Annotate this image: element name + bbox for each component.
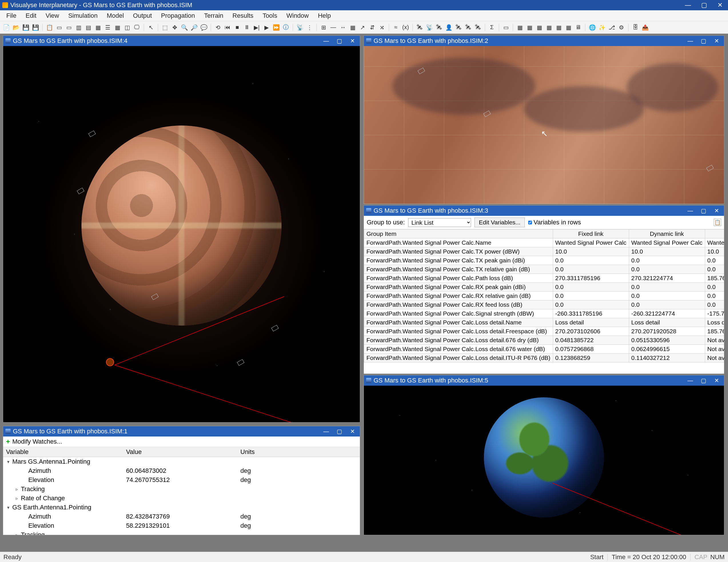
- col-variable[interactable]: Variable: [3, 447, 123, 457]
- col-group-item[interactable]: Group Item: [364, 230, 553, 238]
- table-row[interactable]: ForwardPath.Wanted Signal Power Calc.Sig…: [364, 309, 724, 318]
- menu-propagation[interactable]: Propagation: [157, 11, 199, 21]
- col-fixed-link[interactable]: Fixed link: [553, 230, 629, 238]
- fx-icon[interactable]: ≈: [392, 23, 400, 31]
- watch-row[interactable]: ▹Tracking: [3, 530, 360, 535]
- col-value[interactable]: Value: [123, 447, 238, 457]
- table-row[interactable]: ForwardPath.Wanted Signal Power Calc.Nam…: [364, 238, 724, 247]
- geo-icon[interactable]: 🌐: [588, 23, 596, 31]
- col-dynamic-link1[interactable]: Dynamic link1: [705, 230, 724, 238]
- window-view2-titlebar[interactable]: GS Mars to GS Earth with phobos.ISIM:2 —…: [364, 36, 724, 46]
- chart-icon[interactable]: ◫: [123, 23, 131, 31]
- table-row[interactable]: ForwardPath.Wanted Signal Power Calc.TX …: [364, 256, 724, 265]
- link-icon[interactable]: —: [329, 23, 337, 31]
- monitor-icon[interactable]: 🖵: [133, 23, 141, 31]
- display-icon[interactable]: 🖥: [574, 23, 582, 31]
- watch-row[interactable]: Elevation74.2670755312deg: [3, 475, 360, 485]
- child-maximize-button[interactable]: ▢: [698, 37, 709, 45]
- wand-icon[interactable]: ✨: [598, 23, 606, 31]
- table-row[interactable]: ForwardPath.Wanted Signal Power Calc.TX …: [364, 247, 724, 256]
- new-icon[interactable]: 📄: [2, 23, 10, 31]
- menu-model[interactable]: Model: [103, 11, 128, 21]
- window-view1-titlebar[interactable]: GS Mars to GS Earth with phobos.ISIM:1 —…: [3, 426, 360, 437]
- maximize-button[interactable]: ▢: [698, 1, 710, 9]
- grid-f-icon[interactable]: ▦: [565, 23, 573, 31]
- arrows-icon[interactable]: ⇵: [368, 23, 376, 31]
- child-close-button[interactable]: ✕: [711, 37, 722, 45]
- list-icon[interactable]: ☰: [104, 23, 112, 31]
- watch-row[interactable]: ▾Mars GS.Antenna1.Pointing: [3, 457, 360, 467]
- comment-icon[interactable]: 💬: [200, 23, 208, 31]
- menu-results[interactable]: Results: [228, 11, 257, 21]
- child-maximize-button[interactable]: ▢: [334, 37, 344, 45]
- sat3-icon[interactable]: 🛰: [435, 23, 443, 31]
- dots-icon[interactable]: ⋮: [306, 23, 314, 31]
- person-icon[interactable]: 👤: [445, 23, 453, 31]
- pointer-icon[interactable]: ↖: [147, 23, 155, 31]
- table-row[interactable]: ForwardPath.Wanted Signal Power Calc.RX …: [364, 300, 724, 309]
- branch-icon[interactable]: ⎇: [608, 23, 616, 31]
- menu-help[interactable]: Help: [314, 11, 335, 21]
- info-icon[interactable]: ⓘ: [282, 23, 290, 31]
- tile-h-icon[interactable]: ▥: [75, 23, 83, 31]
- sat6-icon[interactable]: 🛰: [474, 23, 482, 31]
- step-icon[interactable]: ▶|: [253, 23, 261, 31]
- table-row[interactable]: ForwardPath.Wanted Signal Power Calc.Los…: [364, 336, 724, 345]
- menu-simulation[interactable]: Simulation: [64, 11, 102, 21]
- sigma-icon[interactable]: Σ: [488, 23, 496, 31]
- export-icon[interactable]: 📤: [641, 23, 649, 31]
- skip-back-icon[interactable]: ⏮: [224, 23, 232, 31]
- table-row[interactable]: ForwardPath.Wanted Signal Power Calc.TX …: [364, 265, 724, 274]
- col-dynamic-link[interactable]: Dynamic link: [629, 230, 705, 238]
- menu-terrain[interactable]: Terrain: [200, 11, 227, 21]
- table2-icon[interactable]: ▦: [349, 23, 357, 31]
- saveall-icon[interactable]: 💾: [31, 23, 39, 31]
- window-icon[interactable]: ▭: [55, 23, 63, 31]
- grid-c-icon[interactable]: ▦: [535, 23, 543, 31]
- child-maximize-button[interactable]: ▢: [698, 377, 709, 384]
- table-row[interactable]: ForwardPath.Wanted Signal Power Calc.Los…: [364, 354, 724, 362]
- window-view4-titlebar[interactable]: GS Mars to GS Earth with phobos.ISIM:4 —…: [3, 36, 360, 46]
- data-grid[interactable]: Group Item Fixed link Dynamic link Dynam…: [364, 229, 724, 374]
- grid-d-icon[interactable]: ▦: [545, 23, 553, 31]
- sat5-icon[interactable]: 🛰: [464, 23, 472, 31]
- table-row[interactable]: ForwardPath.Wanted Signal Power Calc.RX …: [364, 283, 724, 292]
- earth-3d-viewport[interactable]: [364, 386, 724, 535]
- grid-a-icon[interactable]: ▦: [516, 23, 524, 31]
- watch-row[interactable]: Elevation58.2291329101deg: [3, 521, 360, 530]
- mars-map-viewport[interactable]: ↖: [364, 46, 724, 204]
- var-icon[interactable]: (x): [402, 23, 410, 31]
- child-close-button[interactable]: ✕: [347, 428, 358, 435]
- pause-icon[interactable]: ⏸: [243, 23, 251, 31]
- child-maximize-button[interactable]: ▢: [698, 207, 709, 214]
- child-minimize-button[interactable]: —: [685, 37, 695, 45]
- tile-v-icon[interactable]: ▤: [84, 23, 92, 31]
- db-icon[interactable]: 🗄: [631, 23, 639, 31]
- zoom-window-icon[interactable]: ⬚: [161, 23, 169, 31]
- table-row[interactable]: ForwardPath.Wanted Signal Power Calc.Pat…: [364, 274, 724, 283]
- mars-3d-viewport[interactable]: [3, 46, 360, 422]
- menu-edit[interactable]: Edit: [21, 11, 40, 21]
- close-button[interactable]: ✕: [714, 1, 726, 9]
- link2-icon[interactable]: ↔: [339, 23, 347, 31]
- watch-grid[interactable]: Variable Value Units ▾Mars GS.Antenna1.P…: [3, 447, 360, 535]
- child-minimize-button[interactable]: —: [321, 428, 331, 435]
- window-view5-titlebar[interactable]: GS Mars to GS Earth with phobos.ISIM:5 —…: [364, 375, 724, 386]
- modify-watches-link[interactable]: Modify Watches...: [12, 438, 62, 445]
- cascade-icon[interactable]: ▭: [65, 23, 73, 31]
- menu-file[interactable]: File: [2, 11, 20, 21]
- minimize-button[interactable]: —: [682, 1, 694, 9]
- arrow-icon[interactable]: ↗: [358, 23, 366, 31]
- pan-icon[interactable]: ✥: [171, 23, 179, 31]
- child-minimize-button[interactable]: —: [685, 207, 695, 214]
- window-view3-titlebar[interactable]: GS Mars to GS Earth with phobos.ISIM:3 —…: [364, 206, 724, 216]
- child-minimize-button[interactable]: —: [321, 37, 331, 45]
- sat4-icon[interactable]: 🛰: [454, 23, 462, 31]
- gear-icon[interactable]: ⚙: [617, 23, 625, 31]
- edit-variables-button[interactable]: Edit Variables...: [474, 218, 525, 227]
- table-row[interactable]: ForwardPath.Wanted Signal Power Calc.Los…: [364, 327, 724, 336]
- save-icon[interactable]: 💾: [22, 23, 30, 31]
- menu-window[interactable]: Window: [282, 11, 313, 21]
- table-row[interactable]: ForwardPath.Wanted Signal Power Calc.RX …: [364, 292, 724, 300]
- fast-forward-icon[interactable]: ⏩: [272, 23, 280, 31]
